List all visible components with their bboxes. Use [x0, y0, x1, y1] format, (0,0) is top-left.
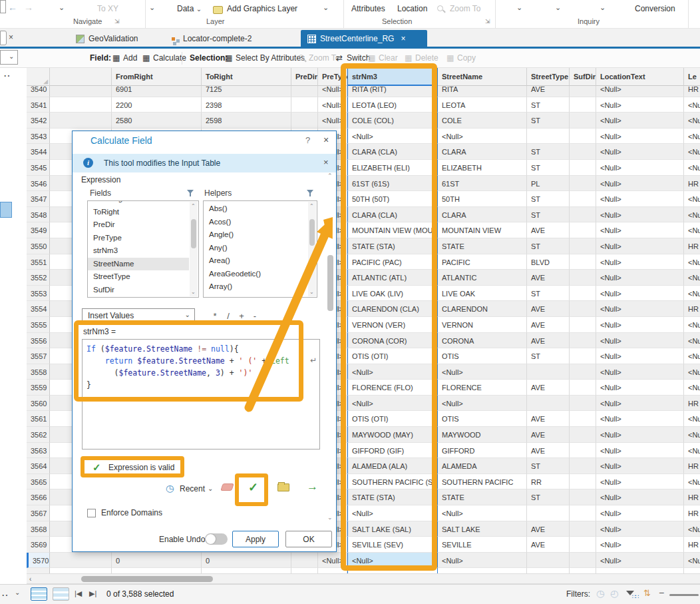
cell[interactable]	[570, 348, 596, 364]
cell[interactable]: 50TH (50T)	[347, 191, 438, 207]
cell[interactable]: SALT LAKE	[438, 521, 527, 537]
cell[interactable]	[50, 97, 112, 113]
cell[interactable]: HR	[684, 489, 700, 505]
cell[interactable]	[570, 207, 596, 223]
list-item[interactable]: PreType	[88, 232, 189, 245]
cell[interactable]: RITA	[438, 86, 527, 97]
cell[interactable]: CLARA (CLA)	[347, 207, 438, 223]
cell[interactable]: <Null>	[596, 364, 684, 380]
cell[interactable]: GIFFORD (GIF)	[347, 443, 438, 459]
cell[interactable]: PL	[527, 176, 570, 192]
cell[interactable]: 0	[112, 553, 202, 569]
scroll-up-icon[interactable]: ⌃	[309, 203, 314, 209]
cell[interactable]	[570, 254, 596, 270]
cell[interactable]: ST	[527, 144, 570, 160]
cell[interactable]: <Null>	[596, 458, 684, 474]
helpers-filter-icon[interactable]	[307, 190, 313, 194]
recent-chevron-icon[interactable]: ⌄	[208, 485, 213, 492]
cell[interactable]: <Null>	[596, 176, 684, 192]
cell[interactable]: COLE (COL)	[347, 113, 438, 129]
cell[interactable]: 61ST (61S)	[347, 176, 438, 192]
cell[interactable]: ST	[527, 286, 570, 302]
cell[interactable]: LIVE OAK	[438, 286, 527, 302]
list-item[interactable]: Any()	[204, 242, 307, 255]
cell[interactable]: CLARENDON	[438, 301, 527, 317]
cell[interactable]: <Null>	[684, 348, 700, 364]
cell[interactable]: AVE	[527, 301, 570, 317]
row-number[interactable]: 3554	[27, 301, 50, 317]
cell[interactable]: <Null>	[596, 489, 684, 505]
cell[interactable]: <Null>	[596, 160, 684, 176]
cell[interactable]: SEVILLE	[438, 537, 527, 553]
cell[interactable]: CLARA	[438, 144, 527, 160]
cell[interactable]: <Null>	[347, 129, 438, 145]
column-header-FromRight[interactable]: FromRight	[112, 68, 202, 86]
cell[interactable]: <Null>	[596, 113, 684, 129]
help-icon[interactable]: ?	[305, 135, 310, 145]
cell[interactable]: CLARA (CLA)	[347, 144, 438, 160]
cell[interactable]: COLE	[438, 113, 527, 129]
operator-button[interactable]: *	[208, 311, 222, 321]
zoom-out-icon[interactable]: −	[659, 587, 664, 598]
row-number[interactable]: 3541	[27, 97, 50, 113]
inquiry-dropdown-icon-3[interactable]: ⌄	[600, 3, 606, 12]
cell[interactable]: HR	[684, 301, 700, 317]
cell[interactable]	[291, 86, 318, 97]
zoom-slider[interactable]	[669, 594, 699, 596]
cell[interactable]: LEOTA	[438, 97, 527, 113]
list-item[interactable]: ToRight	[88, 206, 189, 219]
cell[interactable]	[527, 364, 570, 380]
select-by-attributes-button[interactable]: Select By Attributes	[236, 53, 305, 63]
last-record-button[interactable]: ▶|	[89, 589, 96, 598]
cell[interactable]: <Null>	[596, 86, 684, 97]
cell[interactable]: ST	[527, 458, 570, 474]
cell[interactable]	[291, 113, 318, 129]
scrollbar-thumb[interactable]	[81, 576, 213, 582]
cell[interactable]: CORONA	[438, 333, 527, 349]
cell[interactable]: <Null>	[684, 270, 700, 286]
cell[interactable]	[570, 553, 596, 569]
erase-expression-button[interactable]	[220, 483, 234, 491]
cell[interactable]: RR	[527, 474, 570, 490]
cell[interactable]: HR	[684, 176, 700, 192]
list-item[interactable]: Angle()	[204, 228, 307, 242]
cell[interactable]: ALAMEDA	[438, 458, 527, 474]
cell[interactable]: <Null>	[684, 129, 700, 145]
data-menu-button[interactable]: Data ⌄	[177, 4, 202, 13]
cell[interactable]	[570, 521, 596, 537]
cell[interactable]	[570, 396, 596, 412]
horizontal-scrollbar[interactable]: ‹	[27, 573, 700, 584]
cell[interactable]: 2580	[112, 113, 202, 129]
cell[interactable]: LIVE OAK (LIV)	[347, 286, 438, 302]
collapse-chevron-icon[interactable]: ⌄	[15, 589, 20, 596]
row-number[interactable]: 3556	[27, 333, 50, 349]
cell[interactable]: OTIS (OTI)	[347, 348, 438, 364]
column-header-SufDir[interactable]: SufDir	[570, 68, 596, 86]
cell[interactable]: <Null>	[596, 97, 684, 113]
cell[interactable]	[570, 176, 596, 192]
cell[interactable]	[50, 553, 112, 569]
row-number[interactable]: 3550	[27, 238, 50, 254]
cell[interactable]	[570, 537, 596, 553]
cell[interactable]: OTIS	[438, 348, 527, 364]
inquiry-dropdown-icon-2[interactable]: ⌄	[555, 3, 561, 12]
cell[interactable]: CLARENDON (CLA)	[347, 301, 438, 317]
cell[interactable]	[527, 505, 570, 521]
cell[interactable]: <Null>	[596, 380, 684, 396]
row-number[interactable]: 3569	[27, 537, 50, 553]
list-item-partial[interactable]: Asin()	[204, 294, 307, 298]
enable-undo-toggle[interactable]	[205, 533, 228, 545]
list-item[interactable]: SufDir	[88, 284, 189, 297]
cell[interactable]: ST	[527, 191, 570, 207]
info-close-icon[interactable]: ×	[323, 157, 329, 167]
cell[interactable]	[570, 286, 596, 302]
cell[interactable]: ATLANTIC (ATL)	[347, 270, 438, 286]
row-number[interactable]: 3542	[27, 113, 50, 129]
list-item[interactable]: StreetName	[88, 258, 189, 271]
cell[interactable]: FLORENCE	[438, 380, 527, 396]
dialog-scroll-up-icon[interactable]: ⌃	[327, 172, 333, 179]
cell[interactable]: 2398	[202, 97, 291, 113]
cell[interactable]: <Null>	[684, 207, 700, 223]
cell[interactable]: OTIS	[438, 411, 527, 427]
cell[interactable]	[291, 553, 318, 569]
